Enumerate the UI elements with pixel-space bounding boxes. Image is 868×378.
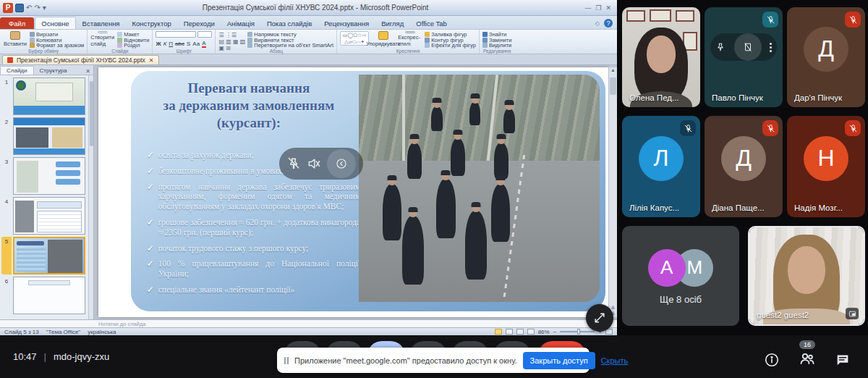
select-button[interactable]: Виділити [482, 43, 511, 49]
redo-icon[interactable]: ↷ [34, 4, 40, 12]
pin-icon[interactable] [715, 42, 726, 52]
cadet-silhouette [491, 184, 510, 242]
frame-off-icon [743, 42, 753, 52]
slideshow-button[interactable] [527, 329, 535, 335]
new-slide-button[interactable]: Створити слайд [90, 31, 115, 47]
status-language[interactable]: українська [88, 329, 116, 335]
tab-transitions[interactable]: Переходи [178, 17, 221, 29]
undo-icon[interactable]: ↶ [26, 4, 32, 12]
change-case-button[interactable]: Аа [192, 41, 200, 47]
tab-file[interactable]: Файл [0, 17, 34, 29]
bold-button[interactable]: Ж [156, 41, 161, 47]
cadet-silhouette [431, 106, 443, 131]
paste-button[interactable]: Вставити [3, 31, 27, 47]
slide-canvas[interactable]: Переваги навчання за державним замовленн… [98, 67, 608, 317]
overflow-participants-tile[interactable]: A M Ще 8 осіб [622, 226, 739, 326]
editor-scrollbar[interactable]: ▲ ≙ ≚ [608, 67, 617, 317]
expand-shared-screen-button[interactable] [586, 304, 613, 332]
minimize-button[interactable]: — [584, 4, 591, 12]
slide-sorter-button[interactable] [506, 329, 513, 335]
participant-tile-darya[interactable]: Д Дар'я Пінчук [787, 7, 865, 107]
smartart-button[interactable]: Перетворити на об'єкт SmartArt [247, 43, 333, 49]
mic-off-icon [766, 15, 775, 25]
underline-button[interactable]: П [169, 41, 173, 47]
help-icon[interactable]: ? [604, 19, 613, 28]
tab-outline[interactable]: Структура [34, 67, 73, 75]
strikethrough-button[interactable]: abc [175, 41, 184, 47]
shape-effects-button[interactable]: Ефекти для фігур [425, 43, 476, 49]
slide-thumbnail-5-selected[interactable]: 5 [1, 237, 88, 274]
tab-review[interactable]: Рецензування [318, 17, 375, 29]
arrange-button[interactable]: Упорядкувати [371, 31, 396, 47]
chat-icon[interactable] [835, 352, 851, 368]
office-tab-bar: Презентація Сумської філії ХНУВС 2024.pp… [0, 54, 617, 65]
self-view-tile-guest2[interactable]: guest2 guest2 [748, 226, 865, 326]
text-shadow-button[interactable]: S [187, 41, 190, 47]
save-icon[interactable] [15, 4, 24, 12]
doc-tab-close-icon[interactable]: ✕ [149, 57, 154, 64]
panel-close-icon[interactable]: ✕ [85, 68, 93, 75]
document-tab[interactable]: Презентація Сумської філії ХНУВС 2024.pp… [2, 55, 159, 64]
check-icon: ✓ [147, 151, 154, 161]
italic-button[interactable]: К [163, 41, 167, 47]
font-color-button[interactable]: А [202, 40, 205, 48]
tab-animations[interactable]: Анімація [221, 17, 260, 29]
zoom-out-button[interactable]: − [553, 329, 557, 335]
slide-thumbnail-1[interactable]: 1 [1, 77, 88, 115]
tab-home[interactable]: Основне [35, 17, 75, 29]
participant-tile-pavlo[interactable]: Павло Пінчук [705, 7, 783, 107]
group-paragraph: ☰ ⋮☰ ▤ ▥ ▦ ▧ ▣ ⊞ Напрямок тексту Вирівня… [216, 30, 337, 54]
participant-tile-nadia[interactable]: Н Надія Мозг... [787, 116, 865, 217]
tab-slideshow[interactable]: Показ слайдів [261, 17, 318, 29]
avatar: Д [721, 136, 766, 181]
drag-handle-icon[interactable] [284, 357, 289, 364]
remove-from-view-button[interactable] [734, 33, 762, 61]
font-size-select[interactable] [197, 31, 212, 38]
notes-area[interactable]: Нотатки до слайда [0, 319, 617, 327]
tab-officetab[interactable]: Office Tab [410, 17, 452, 29]
participant-name: Надія Мозг... [794, 203, 843, 212]
tab-view[interactable]: Вигляд [375, 17, 409, 29]
shapes-gallery[interactable]: ▭◯⬠☆⇨△▱⬭⌒✦ [340, 31, 369, 46]
collapse-controls-button[interactable] [327, 149, 356, 178]
group-editing: Знайти Замінити Виділити Редагування [480, 30, 514, 54]
more-options-icon[interactable] [770, 43, 772, 52]
participant-tile-diana[interactable]: Д Діана Паще... [705, 116, 783, 217]
slide-thumbnail-3[interactable]: 3 [1, 157, 88, 195]
cadet-silhouette [383, 184, 401, 240]
slide-thumbnail-4[interactable]: 4 [1, 197, 88, 235]
bullets-button[interactable]: ☰ ⋮☰ [218, 32, 245, 38]
participant-tile-olena[interactable]: Олена Пед... [622, 7, 700, 107]
check-icon: ✓ [147, 167, 154, 177]
pin-off-icon[interactable] [286, 156, 301, 171]
hide-notification-link[interactable]: Скрыть [601, 356, 629, 365]
ribbon-tab-row: Файл Основне Вставлення Конструктор Пере… [0, 16, 617, 30]
quick-styles-button[interactable]: Експрес-стилі [398, 31, 422, 47]
normal-view-button[interactable] [495, 329, 502, 335]
tab-design[interactable]: Конструктор [127, 17, 177, 29]
slide-thumbnail-6[interactable]: 6 [1, 277, 88, 314]
reading-view-button[interactable] [516, 329, 524, 335]
tab-slides[interactable]: Слайди [0, 66, 34, 75]
font-name-select[interactable] [156, 31, 196, 38]
panel-scrollbar[interactable] [88, 75, 93, 319]
ribbon: Вставити Вирізати Копіювати Формат за зр… [0, 30, 617, 54]
status-theme: "Тема Office" [46, 329, 81, 335]
meeting-details-icon[interactable] [764, 352, 780, 368]
powerpoint-app-icon: P [3, 3, 13, 13]
picture-in-picture-icon[interactable] [846, 308, 859, 319]
align-buttons[interactable]: ▤ ▥ ▦ ▧ [218, 38, 245, 45]
minimize-ribbon-icon[interactable]: ◇ [595, 20, 600, 27]
participant-tile-lilia[interactable]: Л Лілія Капус... [622, 116, 700, 217]
zoom-slider[interactable] [560, 331, 595, 332]
tab-insert[interactable]: Вставлення [77, 17, 126, 29]
restore-button[interactable]: ❐ [595, 4, 601, 12]
audio-off-icon[interactable] [307, 156, 321, 171]
section-button[interactable]: Розділ [117, 43, 149, 49]
stop-sharing-button[interactable]: Закрыть доступ [523, 352, 595, 369]
participants-panel-button[interactable]: 16 [799, 350, 816, 370]
participants-icon [799, 350, 816, 367]
format-painter-button[interactable]: Формат за зразком [30, 43, 84, 49]
slide-thumbnail-2[interactable]: 2 [1, 117, 88, 155]
close-button[interactable]: ✕ [605, 4, 611, 12]
